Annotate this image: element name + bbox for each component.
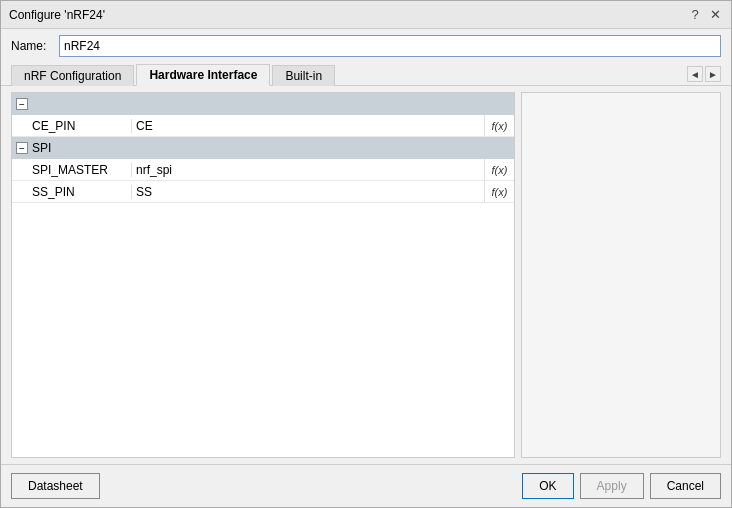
prop-fx-spi-master[interactable]: f(x) bbox=[484, 159, 514, 180]
tab-prev-button[interactable]: ◄ bbox=[687, 66, 703, 82]
spi-group-header: − SPI bbox=[12, 137, 514, 159]
spi-group-toggle[interactable]: − bbox=[16, 142, 28, 154]
close-button[interactable]: ✕ bbox=[707, 7, 723, 23]
root-group-toggle[interactable]: − bbox=[16, 98, 28, 110]
name-row: Name: bbox=[1, 29, 731, 63]
tab-nav: ◄ ► bbox=[687, 66, 721, 85]
cancel-button[interactable]: Cancel bbox=[650, 473, 721, 499]
datasheet-button[interactable]: Datasheet bbox=[11, 473, 100, 499]
tab-nrf-configuration[interactable]: nRF Configuration bbox=[11, 65, 134, 86]
left-panel: − CE_PIN CE f(x) − SPI SPI_MASTER nrf_sp… bbox=[11, 92, 515, 458]
apply-button[interactable]: Apply bbox=[580, 473, 644, 499]
content-area: − CE_PIN CE f(x) − SPI SPI_MASTER nrf_sp… bbox=[1, 86, 731, 464]
name-input[interactable] bbox=[59, 35, 721, 57]
ok-button[interactable]: OK bbox=[522, 473, 573, 499]
prop-value-ce-pin: CE bbox=[132, 119, 484, 133]
right-panel bbox=[521, 92, 721, 458]
prop-value-spi-master: nrf_spi bbox=[132, 163, 484, 177]
prop-fx-ce-pin[interactable]: f(x) bbox=[484, 115, 514, 136]
configure-dialog: Configure 'nRF24' ? ✕ Name: nRF Configur… bbox=[0, 0, 732, 508]
property-row-spi-master: SPI_MASTER nrf_spi f(x) bbox=[12, 159, 514, 181]
name-label: Name: bbox=[11, 39, 51, 53]
dialog-title: Configure 'nRF24' bbox=[9, 8, 105, 22]
tabs-row: nRF Configuration Hardware Interface Bui… bbox=[1, 63, 731, 86]
prop-value-ss-pin: SS bbox=[132, 185, 484, 199]
prop-name-spi-master: SPI_MASTER bbox=[12, 163, 132, 177]
footer: Datasheet OK Apply Cancel bbox=[1, 464, 731, 507]
property-row-ss-pin: SS_PIN SS f(x) bbox=[12, 181, 514, 203]
help-button[interactable]: ? bbox=[687, 7, 703, 23]
title-bar: Configure 'nRF24' ? ✕ bbox=[1, 1, 731, 29]
tab-hardware-interface[interactable]: Hardware Interface bbox=[136, 64, 270, 86]
tab-built-in[interactable]: Built-in bbox=[272, 65, 335, 86]
prop-fx-ss-pin[interactable]: f(x) bbox=[484, 181, 514, 202]
spi-group-label: SPI bbox=[32, 141, 51, 155]
root-group-header: − bbox=[12, 93, 514, 115]
title-bar-controls: ? ✕ bbox=[687, 7, 723, 23]
tab-next-button[interactable]: ► bbox=[705, 66, 721, 82]
prop-name-ce-pin: CE_PIN bbox=[12, 119, 132, 133]
prop-name-ss-pin: SS_PIN bbox=[12, 185, 132, 199]
property-row-ce-pin: CE_PIN CE f(x) bbox=[12, 115, 514, 137]
